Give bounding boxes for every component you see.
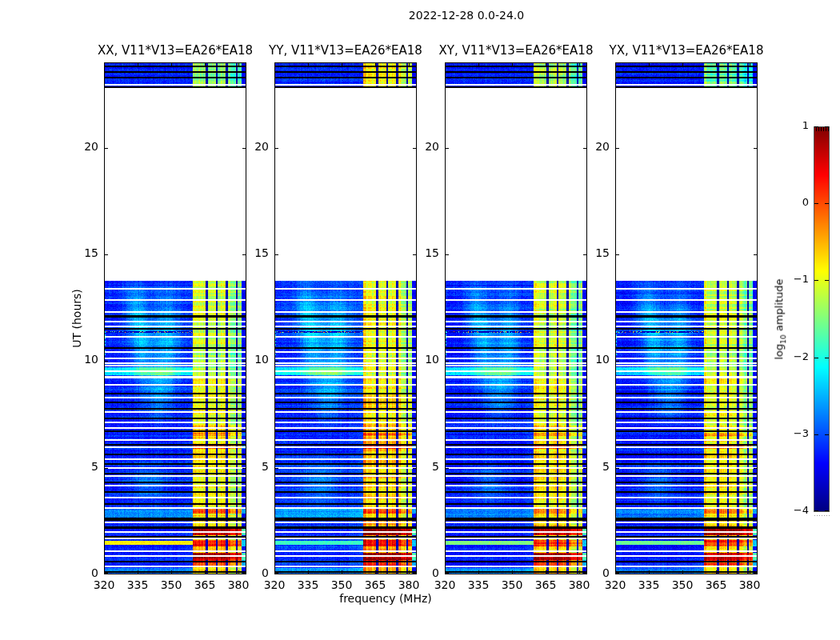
x-tick-label: 335	[298, 579, 319, 591]
x-tick-label: 380	[228, 579, 250, 591]
panel-title-xy: XY, V11*V13=EA26*EA18	[439, 44, 594, 58]
panel-title-yy: YY, V11*V13=EA26*EA18	[269, 44, 422, 58]
colorbar-label: log10 amplitude	[774, 278, 787, 359]
x-tick-label: 380	[569, 579, 590, 591]
panel-title-xx: XX, V11*V13=EA26*EA18	[98, 44, 253, 58]
x-tick-label: 335	[127, 579, 149, 591]
figure-title: 2022-12-28 0.0-24.0	[409, 10, 524, 22]
x-tick-label: 320	[264, 579, 286, 591]
y-tick-label: 0	[262, 567, 269, 579]
y-tick-label: 5	[602, 461, 610, 473]
y-tick-label: 10	[84, 354, 98, 366]
colorbar-label-prefix: log	[773, 344, 785, 360]
colorbar-tick-label: 0	[802, 197, 809, 208]
y-tick-label: 10	[425, 354, 439, 366]
y-tick-label: 20	[595, 141, 610, 153]
y-tick-label: 15	[595, 247, 610, 259]
panel-title-yx: YX, V11*V13=EA26*EA18	[610, 44, 764, 58]
y-tick-label: 5	[262, 461, 269, 473]
x-tick-label: 320	[605, 579, 626, 591]
y-tick-label: 15	[254, 247, 269, 259]
y-tick-label: 15	[84, 247, 98, 259]
y-tick-label: 20	[425, 141, 439, 153]
x-tick-label: 365	[194, 579, 216, 591]
x-tick-label: 365	[365, 579, 386, 591]
y-tick-label: 15	[425, 247, 439, 259]
x-tick-label: 350	[672, 579, 694, 591]
y-tick-label: 10	[595, 354, 610, 366]
x-tick-label: 380	[398, 579, 420, 591]
x-tick-label: 365	[535, 579, 557, 591]
x-tick-label: 350	[161, 579, 182, 591]
colorbar-tick-label: 1	[802, 120, 809, 131]
x-tick-label: 320	[434, 579, 456, 591]
y-tick-label: 5	[432, 461, 439, 473]
y-axis-label: UT (hours)	[71, 289, 83, 348]
y-tick-label: 20	[254, 141, 269, 153]
y-tick-label: 5	[91, 461, 98, 473]
colorbar-tick-label: −2	[794, 351, 809, 362]
colorbar-label-subscript: 10	[779, 334, 787, 343]
colorbar-tick-label: −3	[794, 428, 809, 439]
colorbar-label-suffix: amplitude	[773, 278, 785, 334]
x-tick-label: 350	[331, 579, 353, 591]
x-tick-label: 365	[706, 579, 727, 591]
spectrogram-canvas	[0, 0, 840, 640]
x-tick-label: 335	[638, 579, 660, 591]
x-tick-label: 350	[502, 579, 523, 591]
x-tick-label: 335	[468, 579, 490, 591]
x-tick-label: 320	[94, 579, 115, 591]
y-tick-label: 0	[432, 567, 439, 579]
y-tick-label: 0	[602, 567, 610, 579]
figure: 2022-12-28 0.0-24.0 XX, V11*V13=EA26*EA1…	[0, 0, 840, 640]
colorbar-tick-label: −1	[794, 274, 809, 285]
y-tick-label: 10	[254, 354, 269, 366]
y-tick-label: 0	[91, 567, 98, 579]
x-tick-label: 380	[739, 579, 761, 591]
colorbar-tick-label: −4	[794, 505, 809, 516]
x-axis-label: frequency (MHz)	[339, 593, 432, 605]
y-tick-label: 20	[84, 141, 98, 153]
